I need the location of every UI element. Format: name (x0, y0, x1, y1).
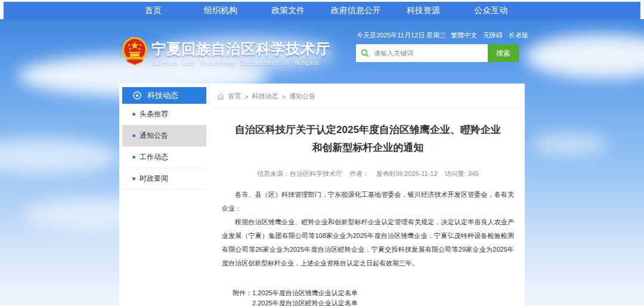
article-area: 首页 > 科技动态 > 通知公告 自治区科技厅关于认定2025年度自治区雏鹰企业… (216, 88, 520, 306)
article-paragraph: 各市、县（区）科技管理部门，宁东能源化工基地管委会，银川经济技术开发区管委会，各… (222, 188, 514, 215)
breadcrumb-separator: > (281, 93, 285, 100)
article-body: 各市、县（区）科技管理部门，宁东能源化工基地管委会，银川经济技术开发区管委会，各… (222, 188, 514, 270)
home-icon (217, 93, 224, 100)
attachment-link-1[interactable]: 1.2025年度自治区雏鹰企业认定名单 (252, 288, 377, 298)
sidebar-header: 科技动态 (122, 87, 206, 104)
content-container: 科技动态 头条推荐 通知公告 工作动态 时政要闻 (119, 84, 525, 306)
sidebar-item-label: 通知公告 (140, 131, 168, 141)
sidebar-item-political-news[interactable]: 时政要闻 (122, 168, 206, 190)
meta-author: 作者： (349, 169, 369, 178)
cloud-decoration (525, 34, 644, 79)
search-input-container (356, 44, 488, 62)
cloud-decoration (531, 132, 608, 156)
search-input[interactable] (373, 49, 483, 57)
article-paragraph: 根据自治区雏鹰企业、瞪羚企业和创新型标杆企业认定管理有关规定，决定认定半亩良人农… (222, 215, 514, 270)
sidebar-item-label: 头条推荐 (140, 109, 168, 119)
link-elderly-version[interactable]: 长者版 (509, 31, 528, 40)
bullet-dot-icon (132, 177, 135, 180)
bullet-dot-icon (132, 134, 135, 137)
page: 首页 组织机构 政策文件 政府信息公开 科技资源 公众互动 宁夏回族自治区科学技… (0, 0, 644, 306)
breadcrumb-sci-trends[interactable]: 科技动态 (252, 92, 278, 101)
link-accessibility[interactable]: 无障碍 (483, 31, 503, 40)
breadcrumb-notices[interactable]: 通知公告 (289, 92, 315, 101)
top-navigation-bar: 首页 组织机构 政策文件 政府信息公开 科技资源 公众互动 (4, 2, 640, 19)
top-navigation-items: 首页 组织机构 政策文件 政府信息公开 科技资源 公众互动 (119, 2, 525, 19)
sidebar-menu: 科技动态 头条推荐 通知公告 工作动态 时政要闻 (122, 87, 206, 190)
cloud-decoration (0, 138, 119, 174)
nav-item-policy[interactable]: 政策文件 (255, 2, 322, 19)
meta-views: 访问量: 345 (445, 169, 479, 178)
breadcrumb: 首页 > 科技动态 > 通知公告 (216, 88, 520, 108)
article-title: 自治区科技厅关于认定2025年度自治区雏鹰企业、瞪羚企业 和创新型标杆企业的通知 (216, 121, 520, 157)
meta-publish-time: 发布时间:2025-11-12 (376, 169, 438, 178)
attachments-list: 1.2025年度自治区雏鹰企业认定名单 2.2025年度自治区瞪羚企业认定名单 … (252, 288, 377, 306)
sidebar-title: 科技动态 (147, 90, 178, 101)
attachments-label: 附件： (233, 288, 252, 306)
site-subtitle-english: Science and Technology Department of Nin… (152, 60, 319, 66)
bullet-dot-icon (132, 156, 135, 159)
nav-item-public-interaction[interactable]: 公众互动 (457, 2, 525, 19)
site-title: 宁夏回族自治区科学技术厅 (151, 39, 330, 58)
sidebar-item-work-trends[interactable]: 工作动态 (122, 147, 206, 168)
nav-item-sci-resources[interactable]: 科技资源 (389, 2, 457, 19)
sidebar-item-headlines[interactable]: 头条推荐 (122, 104, 206, 125)
breadcrumb-separator: > (244, 93, 248, 100)
nav-item-home[interactable]: 首页 (119, 2, 187, 19)
article-meta: 信息来源：自治区科学技术厅 作者： 发布时间:2025-11-12 访问量: 3… (216, 169, 520, 178)
sidebar-item-notices[interactable]: 通知公告 (122, 125, 206, 147)
national-emblem-logo (121, 35, 148, 66)
sidebar-item-label: 工作动态 (140, 152, 168, 162)
search-icon (361, 49, 369, 57)
utility-links: 繁體中文 无障碍 长者版 (451, 31, 528, 40)
breadcrumb-home[interactable]: 首页 (228, 92, 241, 101)
attachments-block: 附件： 1.2025年度自治区雏鹰企业认定名单 2.2025年度自治区瞪羚企业认… (216, 288, 520, 306)
attachment-link-2[interactable]: 2.2025年度自治区瞪羚企业认定名单 (252, 298, 377, 306)
bullet-dot-icon (132, 113, 135, 116)
meta-source: 信息来源：自治区科学技术厅 (257, 169, 342, 178)
current-date-text: 今天是2025年11月12日 星期三 (357, 31, 446, 40)
sidebar-item-label: 时政要闻 (140, 174, 168, 184)
search-bar: 搜索 (356, 44, 519, 62)
star-circle-icon (132, 91, 142, 100)
search-button[interactable]: 搜索 (488, 44, 519, 62)
nav-item-gov-info[interactable]: 政府信息公开 (322, 2, 389, 19)
link-traditional-chinese[interactable]: 繁體中文 (451, 31, 477, 40)
nav-item-organization[interactable]: 组织机构 (187, 2, 254, 19)
